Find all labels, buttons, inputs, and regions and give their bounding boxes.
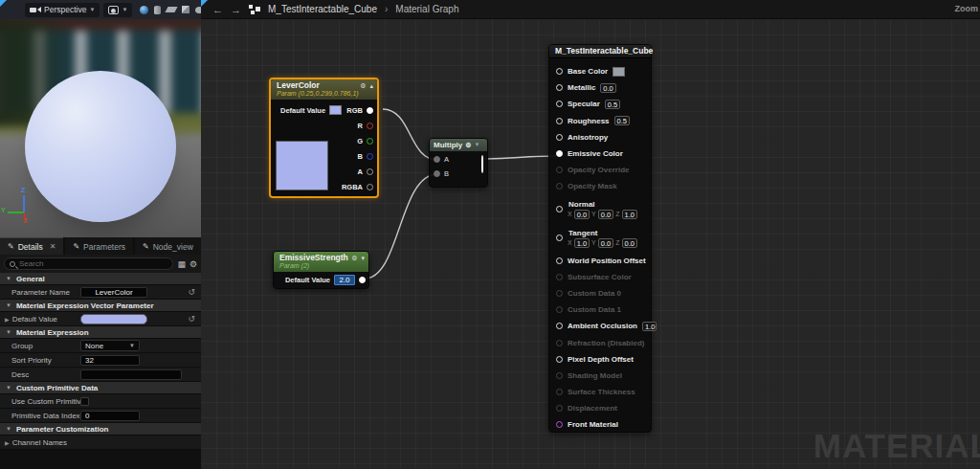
gear-icon[interactable]: ⚙ bbox=[360, 82, 366, 90]
back-arrow-button[interactable]: ← bbox=[212, 4, 223, 15]
breadcrumb-asset[interactable]: M_TestInteractable_Cube bbox=[268, 4, 377, 14]
cylinder-shape-icon[interactable] bbox=[154, 6, 161, 14]
node-multiply-header[interactable]: Multiply ⚙ ▼ bbox=[430, 139, 487, 151]
display-filter-icon[interactable]: ▦ bbox=[177, 259, 186, 269]
node-levercolor[interactable]: LeverColor Param (0.25,0.299,0.786,1) ⚙▴… bbox=[269, 78, 379, 198]
breadcrumb-page[interactable]: Material Graph bbox=[395, 4, 458, 14]
chevron-down-icon[interactable]: ▼ bbox=[475, 141, 480, 149]
parameter-name-input[interactable]: LeverColor bbox=[80, 287, 147, 298]
pin-custom-data-0[interactable] bbox=[556, 290, 563, 297]
pin-r[interactable] bbox=[367, 123, 373, 129]
close-icon[interactable]: ✕ bbox=[50, 242, 56, 251]
output-pin-row-rgba: RGBA bbox=[342, 179, 373, 194]
axis-value-input[interactable]: 0.0 bbox=[598, 238, 613, 248]
pin-ambient-occlusion[interactable] bbox=[556, 323, 563, 329]
preview-viewport[interactable]: Z Y X bbox=[0, 19, 201, 237]
pin-subsurface-color[interactable] bbox=[556, 274, 563, 280]
axis-value-input[interactable]: 1.0 bbox=[574, 238, 590, 248]
pin-roughness[interactable] bbox=[556, 118, 563, 124]
material-graph-canvas[interactable]: LeverColor Param (0.25,0.299,0.786,1) ⚙▴… bbox=[201, 19, 980, 469]
pin-opacity-override[interactable] bbox=[556, 167, 563, 173]
pin-label: B bbox=[358, 152, 363, 161]
input-pin-a[interactable] bbox=[434, 156, 440, 163]
collapse-icon[interactable]: ▴ bbox=[369, 82, 373, 90]
expand-arrow-icon[interactable]: ▶ bbox=[5, 439, 10, 446]
base-color-swatch[interactable] bbox=[612, 67, 625, 77]
plane-shape-icon[interactable] bbox=[166, 7, 178, 12]
perspective-dropdown[interactable]: Perspective ▼ bbox=[25, 3, 100, 17]
section-header-material-expression-vector-parameter[interactable]: ▼Material Expression Vector Parameter bbox=[0, 300, 201, 312]
gear-icon[interactable]: ⚙ bbox=[465, 141, 471, 149]
default-value-color-swatch[interactable] bbox=[329, 105, 342, 115]
pin-metallic[interactable] bbox=[556, 84, 563, 91]
expand-arrow-icon[interactable]: ▶ bbox=[5, 316, 10, 323]
axis-value-input[interactable]: 1.0 bbox=[622, 210, 637, 219]
primitive-data-index-input[interactable]: 0 bbox=[80, 411, 140, 421]
pin-opacity-mask[interactable] bbox=[556, 183, 563, 190]
forward-arrow-button[interactable]: → bbox=[231, 4, 241, 15]
pin-rgb[interactable] bbox=[367, 107, 373, 114]
default-value-input[interactable]: 2.0 bbox=[334, 275, 355, 285]
section-header-parameter-customization[interactable]: ▼Parameter Customization bbox=[0, 423, 201, 436]
pin-value-input[interactable]: 0.5 bbox=[605, 100, 620, 109]
default-value-color-swatch[interactable] bbox=[80, 314, 147, 324]
view-mode-dropdown[interactable]: ▼ bbox=[103, 3, 132, 17]
pin-g[interactable] bbox=[367, 138, 373, 145]
pin-base-color[interactable] bbox=[556, 68, 563, 75]
output-pin[interactable] bbox=[359, 277, 366, 283]
pin-value-input[interactable]: 1.0 bbox=[642, 322, 657, 331]
node-multiply[interactable]: Multiply ⚙ ▼ A B bbox=[429, 138, 488, 188]
output-pin[interactable] bbox=[481, 155, 483, 173]
axis-value-input[interactable]: 0.0 bbox=[622, 238, 637, 248]
tab-parameters[interactable]: ✎Parameters bbox=[65, 237, 133, 255]
pin-anisotropy[interactable] bbox=[556, 134, 563, 141]
pin-a[interactable] bbox=[367, 168, 373, 175]
pin-b[interactable] bbox=[367, 153, 373, 160]
pin-refraction-disabled[interactable] bbox=[556, 340, 563, 346]
pin-surface-thickness[interactable] bbox=[556, 389, 563, 395]
desc-input[interactable] bbox=[80, 369, 182, 380]
section-header-general[interactable]: ▼General bbox=[0, 273, 201, 285]
chevron-down-icon[interactable]: ▾ bbox=[361, 255, 365, 262]
group-dropdown[interactable]: None▼ bbox=[80, 340, 140, 351]
pin-pixel-depth-offset[interactable] bbox=[556, 356, 563, 363]
pin-value-input[interactable]: 0.0 bbox=[600, 83, 615, 93]
property-row-primitive-data-index: Primitive Data Index0 bbox=[0, 409, 201, 423]
pin-shading-model[interactable] bbox=[556, 372, 563, 379]
sphere-shape-icon[interactable] bbox=[140, 6, 148, 14]
reset-to-default-button[interactable]: ↺ bbox=[188, 314, 195, 324]
section-header-material-expression[interactable]: ▼Material Expression bbox=[0, 326, 201, 339]
pin-world-position-offset[interactable] bbox=[556, 257, 563, 264]
axis-value-input[interactable]: 0.0 bbox=[574, 210, 590, 219]
search-input[interactable]: Search bbox=[4, 257, 173, 270]
use-custom-primitive-checkbox[interactable] bbox=[80, 397, 89, 406]
input-pin-b[interactable] bbox=[434, 170, 440, 177]
sort-priority-input[interactable]: 32 bbox=[80, 355, 140, 366]
settings-gear-icon[interactable]: ⚙ bbox=[189, 259, 197, 269]
pin-tangent[interactable] bbox=[556, 234, 563, 241]
node-levercolor-header[interactable]: LeverColor Param (0.25,0.299,0.786,1) ⚙▴ bbox=[271, 79, 377, 100]
axis-value-input[interactable]: 0.0 bbox=[598, 210, 613, 219]
gear-icon[interactable]: ⚙ bbox=[351, 255, 357, 262]
pin-value-input[interactable]: 0.5 bbox=[614, 116, 630, 125]
property-row-use-custom-primitive: Use Custom Primitive... bbox=[0, 394, 201, 409]
section-header-custom-primitive-data[interactable]: ▼Custom Primitive Data bbox=[0, 382, 201, 394]
wire-multiply-to-emissive-color[interactable] bbox=[481, 156, 556, 159]
reset-to-default-button[interactable]: ↺ bbox=[188, 287, 195, 297]
pin-specular[interactable] bbox=[556, 100, 563, 107]
cube-shape-icon[interactable] bbox=[182, 6, 189, 13]
pin-emissive-color[interactable] bbox=[556, 150, 563, 157]
tab-node-view[interactable]: ✎Node_view bbox=[135, 237, 201, 255]
preview-shape-buttons bbox=[140, 6, 204, 14]
pin-front-material[interactable] bbox=[556, 421, 563, 428]
node-emissivestrength[interactable]: EmissiveStrength Param (2) ⚙▾ Default Va… bbox=[273, 251, 369, 289]
node-material-output[interactable]: M_TestInteractable_Cube Base ColorMetall… bbox=[548, 44, 652, 433]
node-emissivestrength-header[interactable]: EmissiveStrength Param (2) ⚙▾ bbox=[274, 252, 368, 272]
pin-label: Emissive Color bbox=[568, 149, 623, 158]
pin-rgba[interactable] bbox=[367, 184, 373, 190]
tab-details[interactable]: ✎Details✕ bbox=[0, 237, 63, 255]
pin-custom-data-1[interactable] bbox=[556, 306, 563, 313]
node-material-output-header[interactable]: M_TestInteractable_Cube bbox=[549, 45, 651, 58]
pin-displacement[interactable] bbox=[556, 405, 563, 412]
pin-normal[interactable] bbox=[556, 206, 563, 212]
